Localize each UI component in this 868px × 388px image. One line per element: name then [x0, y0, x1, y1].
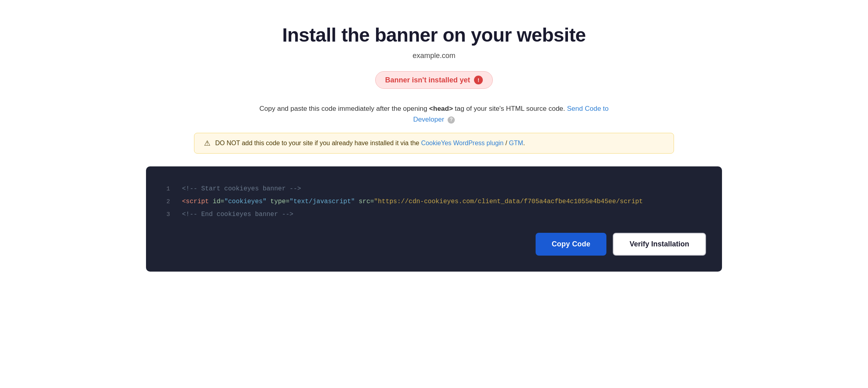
help-icon[interactable]: ?: [448, 116, 455, 124]
warning-icon: ⚠: [204, 139, 210, 148]
status-badge: Banner isn't installed yet !: [375, 71, 493, 89]
instruction-suffix: tag of your site's HTML source code.: [453, 105, 565, 112]
line-number-2: 2: [162, 196, 170, 208]
warning-separator: /: [504, 140, 509, 146]
warning-text-before: DO NOT add this code to your site if you…: [215, 140, 421, 146]
copy-code-button[interactable]: Copy Code: [536, 233, 606, 256]
head-tag: <head>: [429, 105, 453, 112]
code-line-1: 1 <!-- Start cookieyes banner -->: [162, 182, 706, 195]
code-line-2: 2 <script id="cookieyes" type="text/java…: [162, 195, 706, 208]
code-attr-type-val: "text/javascript": [290, 198, 355, 205]
code-container: 1 <!-- Start cookieyes banner --> 2 <scr…: [146, 166, 722, 272]
code-tag-open: <script: [182, 198, 213, 205]
code-attr-id-val: "cookieyes": [224, 198, 267, 205]
instruction-prefix: Copy and paste this code immediately aft…: [260, 105, 429, 112]
warning-text: DO NOT add this code to your site if you…: [215, 140, 525, 147]
warning-banner: ⚠ DO NOT add this code to your site if y…: [194, 133, 674, 154]
warning-text-after: .: [523, 140, 525, 146]
instruction-text: Copy and paste this code immediately aft…: [254, 103, 614, 125]
verify-installation-button[interactable]: Verify Installation: [613, 233, 706, 256]
line-content-2: <script id="cookieyes" type="text/javasc…: [182, 195, 643, 208]
code-attr-id: id=: [213, 198, 224, 205]
gtm-link[interactable]: GTM: [509, 140, 523, 146]
line-number-3: 3: [162, 209, 170, 221]
site-domain: example.com: [412, 52, 455, 60]
code-block: 1 <!-- Start cookieyes banner --> 2 <scr…: [146, 182, 722, 221]
status-badge-icon: !: [474, 76, 483, 84]
status-badge-text: Banner isn't installed yet: [385, 76, 470, 84]
line-content-1: <!-- Start cookieyes banner -->: [182, 182, 301, 195]
line-content-3: <!-- End cookieyes banner -->: [182, 208, 293, 221]
code-line-3: 3 <!-- End cookieyes banner -->: [162, 208, 706, 221]
code-attr-type: type=: [266, 198, 290, 205]
wordpress-plugin-link[interactable]: CookieYes WordPress plugin: [421, 140, 504, 146]
page-title: Install the banner on your website: [282, 24, 586, 46]
code-attr-src: src=: [355, 198, 374, 205]
code-attr-src-val: "https://cdn-cookieyes.com/client_data/f…: [374, 198, 643, 205]
line-number-1: 1: [162, 183, 170, 195]
buttons-row: Copy Code Verify Installation: [146, 221, 722, 260]
